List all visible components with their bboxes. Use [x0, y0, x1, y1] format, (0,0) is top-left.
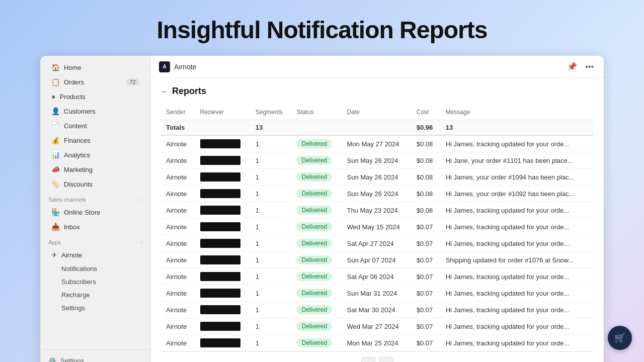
table-row[interactable]: Airnote 1 Delivered Sat Apr 06 2024 $0.0…	[161, 268, 594, 285]
cell-message: Hi James, your order #1092 has been plac…	[441, 186, 594, 202]
cell-message: Hi James, tracking updated for your orde…	[441, 219, 594, 235]
totals-status	[291, 120, 342, 136]
cell-date: Sat Apr 06 2024	[342, 268, 412, 285]
reports-table: Sender Reciever Segments Status Date Cos…	[161, 105, 594, 351]
sidebar-item-online-store[interactable]: 🏪 Online Store	[43, 205, 147, 219]
table-row[interactable]: Airnote 1 Delivered Sat Mar 30 2024 $0.0…	[161, 302, 594, 318]
cell-receiver	[195, 202, 251, 219]
cell-segments: 1	[251, 285, 292, 302]
sidebar-item-finances[interactable]: 💰 Finances	[43, 133, 147, 147]
back-button[interactable]: ←	[161, 87, 168, 96]
cell-date: Mon May 27 2024	[342, 135, 412, 152]
cell-status: Delivered	[291, 186, 342, 202]
table-row[interactable]: Airnote 1 Delivered Wed Mar 27 2024 $0.0…	[161, 318, 594, 335]
cell-status: Delivered	[291, 318, 342, 335]
cell-cost: $0.07	[412, 268, 441, 285]
sidebar-item-analytics[interactable]: 📊 Analytics	[43, 148, 147, 162]
app-header: A Airnote 📌 •••	[151, 56, 604, 78]
next-page-button[interactable]: ›	[379, 357, 393, 362]
totals-cost: $0.96	[412, 120, 441, 136]
table-row[interactable]: Airnote 1 Delivered Sun Mar 31 2024 $0.0…	[161, 285, 594, 302]
cell-cost: $0.08	[412, 169, 441, 186]
sidebar-item-settings-app[interactable]: Settings	[43, 302, 147, 314]
sidebar: 🏠 Home 📋 Orders 72 ● Products 👤 Customer…	[40, 56, 151, 362]
col-date: Date	[342, 105, 412, 120]
customers-icon: 👤	[51, 107, 60, 115]
table-row[interactable]: Airnote 1 Delivered Sun Apr 07 2024 $0.0…	[161, 252, 594, 268]
cell-cost: $0.08	[412, 152, 441, 169]
cell-message: Hi Jane, your order #1101 has been place…	[441, 152, 594, 169]
table-row[interactable]: Airnote 1 Delivered Wed May 15 2024 $0.0…	[161, 219, 594, 235]
cell-receiver	[195, 235, 251, 252]
sidebar-item-home[interactable]: 🏠 Home	[43, 60, 147, 74]
prev-page-button[interactable]: ‹	[361, 357, 375, 362]
col-receiver: Reciever	[195, 105, 251, 120]
cell-receiver	[195, 219, 251, 235]
pin-button[interactable]: 📌	[565, 61, 579, 72]
sidebar-item-marketing[interactable]: 📣 Marketing	[43, 162, 147, 176]
cell-date: Sun Mar 31 2024	[342, 285, 412, 302]
app-header-title: Airnote	[174, 63, 565, 71]
table-row[interactable]: Airnote 1 Delivered Sat Apr 27 2024 $0.0…	[161, 235, 594, 252]
inbox-icon: 📥	[51, 223, 60, 231]
col-sender: Sender	[161, 105, 195, 120]
sidebar-item-inbox[interactable]: 📥 Inbox	[43, 220, 147, 234]
table-row[interactable]: Airnote 1 Delivered Sun May 26 2024 $0.0…	[161, 152, 594, 169]
cell-receiver	[195, 285, 251, 302]
cell-date: Sun May 26 2024	[342, 152, 412, 169]
content-icon: 📄	[51, 122, 60, 130]
table-row[interactable]: Airnote 1 Delivered Mon May 27 2024 $0.0…	[161, 135, 594, 152]
app-logo: A	[159, 61, 170, 72]
cell-message: Hi James, tracking updated for your orde…	[441, 235, 594, 252]
cell-message: Hi James, your order #1094 has been plac…	[441, 169, 594, 186]
cell-message: Hi James, tracking updated for your orde…	[441, 318, 594, 335]
totals-count: 13	[441, 120, 594, 136]
sidebar-item-customers[interactable]: 👤 Customers	[43, 104, 147, 118]
cell-receiver	[195, 318, 251, 335]
reports-header: ← Reports	[161, 86, 594, 97]
app-window: 🏠 Home 📋 Orders 72 ● Products 👤 Customer…	[40, 56, 604, 362]
sidebar-item-subscribers[interactable]: Subscribers	[43, 276, 147, 288]
cell-status: Delivered	[291, 202, 342, 219]
table-row[interactable]: Airnote 1 Delivered Thu May 23 2024 $0.0…	[161, 202, 594, 219]
more-button[interactable]: •••	[583, 61, 596, 72]
cell-cost: $0.07	[412, 285, 441, 302]
sidebar-item-products[interactable]: ● Products	[43, 89, 147, 104]
cell-status: Delivered	[291, 235, 342, 252]
cell-status: Delivered	[291, 335, 342, 351]
sidebar-item-discounts[interactable]: 🏷️ Discounts	[43, 177, 147, 191]
main-content: A Airnote 📌 ••• ← Reports Sender Recieve…	[151, 56, 604, 362]
sidebar-item-notifications[interactable]: Notifications	[43, 262, 147, 275]
table-row[interactable]: Airnote 1 Delivered Sun May 26 2024 $0.0…	[161, 186, 594, 202]
sidebar-item-orders[interactable]: 📋 Orders 72	[43, 75, 147, 89]
cell-segments: 1	[251, 302, 292, 318]
products-icon: ●	[51, 93, 55, 101]
cell-cost: $0.08	[412, 202, 441, 219]
reports-container: ← Reports Sender Reciever Segments Statu…	[151, 78, 604, 362]
cell-segments: 1	[251, 186, 292, 202]
table-header-row: Sender Reciever Segments Status Date Cos…	[161, 105, 594, 120]
header-actions: 📌 •••	[565, 61, 596, 72]
table-row[interactable]: Airnote 1 Delivered Mon Mar 25 2024 $0.0…	[161, 335, 594, 351]
cell-message: Hi James, tracking updated for your orde…	[441, 302, 594, 318]
cell-sender: Airnote	[161, 235, 195, 252]
table-pagination: ‹ ›	[161, 351, 594, 362]
cell-message: Hi James, tracking updated for your orde…	[441, 285, 594, 302]
cell-date: Sun May 26 2024	[342, 169, 412, 186]
sidebar-item-airnote[interactable]: ✈ Airnote	[43, 248, 147, 262]
page-title: Insightful Notification Reports	[157, 0, 488, 56]
cell-receiver	[195, 135, 251, 152]
table-row[interactable]: Airnote 1 Delivered Sun May 26 2024 $0.0…	[161, 169, 594, 186]
home-icon: 🏠	[51, 63, 60, 71]
cell-cost: $0.07	[412, 235, 441, 252]
floating-app-icon[interactable]: 🛒	[608, 326, 632, 350]
cell-sender: Airnote	[161, 268, 195, 285]
sidebar-item-settings[interactable]: ⚙️ Settings	[40, 354, 150, 362]
sidebar-item-content[interactable]: 📄 Content	[43, 119, 147, 133]
cell-date: Thu May 23 2024	[342, 202, 412, 219]
cell-date: Wed May 15 2024	[342, 219, 412, 235]
cell-segments: 1	[251, 335, 292, 351]
cell-segments: 1	[251, 268, 292, 285]
sidebar-item-recharge[interactable]: Recharge	[43, 289, 147, 301]
cell-receiver	[195, 302, 251, 318]
